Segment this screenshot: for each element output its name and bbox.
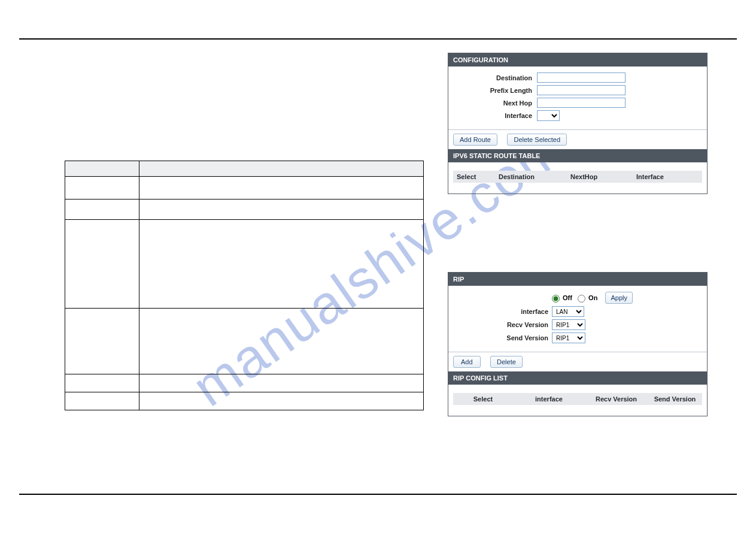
rip-col-select: Select xyxy=(453,393,513,405)
rip-col-send: Send Version xyxy=(648,393,702,405)
rip-header: RIP xyxy=(448,273,707,286)
parameter-table xyxy=(65,161,424,410)
interface-label: Interface xyxy=(453,112,537,119)
config-button-row: Add Route Delete Selected xyxy=(448,129,707,149)
rip-col-interface: interface xyxy=(513,393,585,405)
rip-panel: RIP Off On Apply interface LAN Recv V xyxy=(448,272,708,416)
rip-send-version-label: Send Version xyxy=(453,334,552,341)
rip-config-list-header: RIP CONFIG LIST xyxy=(448,371,707,385)
route-table-header: IPV6 STATIC ROUTE TABLE xyxy=(448,149,707,162)
destination-label: Destination xyxy=(453,74,537,81)
rip-onoff-group: Off On Apply xyxy=(552,292,633,304)
bottom-rule xyxy=(19,494,737,495)
rip-config-list-table: Select interface Recv Version Send Versi… xyxy=(453,391,702,407)
col-destination: Destination xyxy=(495,171,567,183)
top-rule xyxy=(19,38,737,40)
rip-on-radio[interactable] xyxy=(578,295,585,303)
rip-button-row: Add Delete xyxy=(448,352,707,371)
col-select: Select xyxy=(453,171,495,183)
rip-col-recv: Recv Version xyxy=(585,393,648,405)
add-route-button[interactable]: Add Route xyxy=(453,134,497,146)
col-nexthop: NextHop xyxy=(567,171,633,183)
rip-recv-version-label: Recv Version xyxy=(453,321,552,328)
destination-input[interactable] xyxy=(537,72,626,83)
rip-interface-select[interactable]: LAN xyxy=(552,306,584,317)
rip-on-label: On xyxy=(588,294,597,301)
delete-selected-button[interactable]: Delete Selected xyxy=(507,134,567,146)
configuration-form: Destination Prefix Length Next Hop Inter… xyxy=(448,67,707,129)
ipv6-static-route-table: Select Destination NextHop Interface xyxy=(453,168,702,185)
interface-select[interactable] xyxy=(537,110,560,121)
configuration-header: CONFIGURATION xyxy=(448,53,707,67)
next-hop-label: Next Hop xyxy=(453,99,537,107)
rip-send-version-select[interactable]: RIP1 xyxy=(552,333,585,343)
rip-off-radio[interactable] xyxy=(552,295,560,303)
next-hop-input[interactable] xyxy=(537,98,626,108)
configuration-panel: CONFIGURATION Destination Prefix Length … xyxy=(448,53,708,194)
prefix-length-label: Prefix Length xyxy=(453,87,537,94)
rip-add-button[interactable]: Add xyxy=(453,356,481,368)
rip-delete-button[interactable]: Delete xyxy=(490,356,523,368)
rip-recv-version-select[interactable]: RIP1 xyxy=(552,319,585,330)
rip-interface-label: interface xyxy=(453,308,552,315)
rip-off-label: Off xyxy=(563,294,572,301)
rip-form: Off On Apply interface LAN Recv Version … xyxy=(448,286,707,352)
rip-apply-button[interactable]: Apply xyxy=(605,292,633,304)
prefix-length-input[interactable] xyxy=(537,85,626,95)
manual-page: manualshive.com CONFIGURATION Destinatio… xyxy=(0,0,756,535)
col-interface: Interface xyxy=(633,171,702,183)
